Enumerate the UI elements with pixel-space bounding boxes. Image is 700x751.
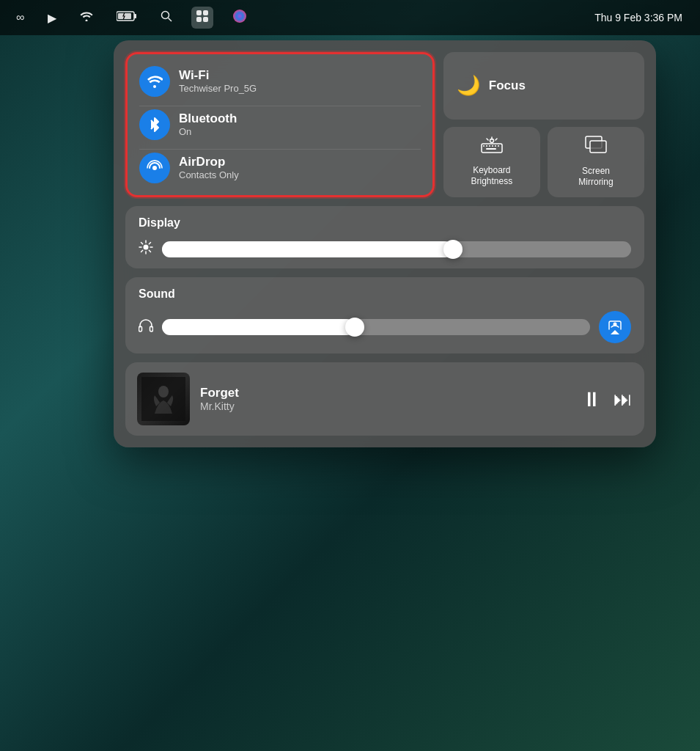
search-icon[interactable] bbox=[156, 7, 177, 28]
top-right-group: 🌙 Focus bbox=[443, 52, 644, 197]
svg-point-10 bbox=[152, 166, 157, 170]
icon-buttons-row: KeyboardBrightness ScreenMirroring bbox=[443, 127, 644, 197]
keyboard-brightness-icon bbox=[481, 136, 503, 159]
album-art bbox=[137, 373, 190, 425]
svg-point-3 bbox=[162, 12, 169, 19]
menubar-right: Thu 9 Feb 3:36 PM bbox=[589, 9, 688, 26]
airdrop-icon bbox=[139, 153, 170, 183]
svg-point-9 bbox=[233, 10, 246, 23]
bluetooth-subtitle: On bbox=[179, 126, 237, 138]
now-playing-section: Forget Mr.Kitty ⏸ ⏭ bbox=[125, 362, 644, 436]
control-center-icon[interactable] bbox=[191, 7, 213, 29]
svg-point-22 bbox=[490, 139, 493, 142]
svg-line-4 bbox=[169, 18, 172, 22]
airplay-button[interactable] bbox=[599, 311, 631, 343]
pause-button[interactable]: ⏸ bbox=[581, 387, 602, 411]
wifi-menubar-icon[interactable] bbox=[75, 8, 97, 27]
menubar-time: Thu 9 Feb 3:36 PM bbox=[589, 9, 688, 26]
svg-line-21 bbox=[487, 139, 488, 140]
moon-icon: 🌙 bbox=[457, 74, 480, 97]
volume-slider-row bbox=[139, 311, 631, 343]
svg-line-20 bbox=[495, 139, 497, 140]
focus-button[interactable]: 🌙 Focus bbox=[443, 52, 644, 120]
track-info: Forget Mr.Kitty bbox=[200, 386, 571, 412]
album-art-image bbox=[137, 373, 190, 425]
wifi-title: Wi-Fi bbox=[179, 68, 257, 83]
display-section-title: Display bbox=[139, 216, 631, 230]
svg-point-38 bbox=[158, 386, 169, 398]
track-artist: Mr.Kitty bbox=[200, 400, 571, 412]
menubar-left: ∞ ▶ bbox=[12, 6, 251, 29]
bluetooth-icon bbox=[139, 109, 170, 140]
airdrop-text: AirDrop Contacts Only bbox=[179, 155, 239, 181]
bluetooth-text: Bluetooth On bbox=[179, 111, 237, 138]
svg-rect-1 bbox=[134, 14, 136, 18]
track-name: Forget bbox=[200, 386, 571, 400]
brightness-icon bbox=[139, 240, 153, 258]
svg-line-32 bbox=[149, 243, 150, 244]
svg-line-30 bbox=[141, 243, 143, 244]
screen-mirroring-icon bbox=[585, 136, 607, 160]
wifi-subtitle: Techwiser Pro_5G bbox=[179, 83, 257, 95]
svg-rect-5 bbox=[196, 10, 202, 15]
screen-mirroring-button[interactable]: ScreenMirroring bbox=[548, 127, 644, 197]
sound-section-title: Sound bbox=[139, 287, 631, 301]
svg-rect-6 bbox=[203, 10, 208, 15]
wifi-icon bbox=[139, 66, 170, 97]
top-row: Wi-Fi Techwiser Pro_5G Bluetooth On bbox=[125, 52, 644, 197]
svg-rect-8 bbox=[203, 17, 208, 22]
display-section: Display bbox=[125, 206, 644, 268]
volume-slider[interactable] bbox=[162, 319, 590, 335]
control-center-panel: Wi-Fi Techwiser Pro_5G Bluetooth On bbox=[114, 40, 656, 447]
playback-controls: ⏸ ⏭ bbox=[581, 387, 633, 411]
airdrop-subtitle: Contacts Only bbox=[179, 169, 239, 181]
svg-line-33 bbox=[141, 250, 143, 252]
airdrop-title: AirDrop bbox=[179, 155, 239, 169]
wifi-item[interactable]: Wi-Fi Techwiser Pro_5G bbox=[139, 63, 421, 100]
headphones-icon bbox=[139, 319, 153, 336]
svg-rect-24 bbox=[590, 141, 606, 153]
menubar: ∞ ▶ bbox=[0, 0, 700, 35]
siri-icon[interactable] bbox=[228, 6, 251, 29]
connectivity-block: Wi-Fi Techwiser Pro_5G Bluetooth On bbox=[125, 52, 435, 197]
next-button[interactable]: ⏭ bbox=[614, 388, 633, 411]
svg-rect-7 bbox=[196, 17, 202, 22]
keyboard-brightness-button[interactable]: KeyboardBrightness bbox=[443, 127, 540, 197]
keyboard-brightness-label: KeyboardBrightness bbox=[471, 165, 513, 188]
brightness-slider[interactable] bbox=[162, 241, 631, 257]
battery-icon[interactable] bbox=[112, 8, 141, 27]
bluetooth-title: Bluetooth bbox=[179, 111, 237, 126]
infinity-icon[interactable]: ∞ bbox=[12, 8, 29, 27]
svg-line-31 bbox=[149, 250, 150, 252]
brightness-slider-row bbox=[139, 240, 631, 258]
bluetooth-item[interactable]: Bluetooth On bbox=[139, 106, 421, 143]
screen-mirroring-label: ScreenMirroring bbox=[578, 166, 613, 188]
sound-section: Sound bbox=[125, 277, 644, 353]
wifi-text: Wi-Fi Techwiser Pro_5G bbox=[179, 68, 257, 95]
play-icon[interactable]: ▶ bbox=[43, 8, 61, 28]
focus-label: Focus bbox=[489, 78, 526, 93]
airdrop-item[interactable]: AirDrop Contacts Only bbox=[139, 149, 421, 186]
svg-rect-37 bbox=[141, 377, 185, 421]
svg-point-25 bbox=[144, 245, 149, 250]
